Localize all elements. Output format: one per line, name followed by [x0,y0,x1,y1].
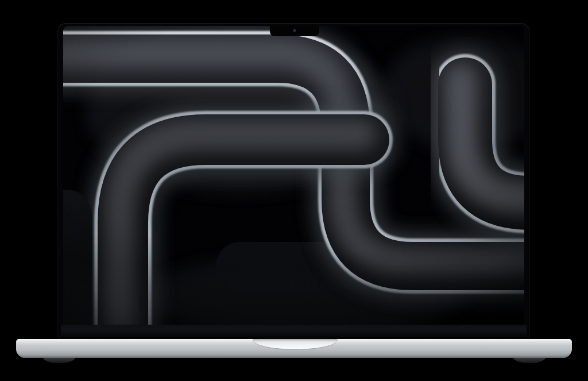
macbook-laptop [0,0,588,381]
display-notch [270,26,319,36]
laptop-screen [63,26,524,325]
wallpaper-abstract-tubes [63,26,524,325]
laptop-base [16,339,572,358]
laptop-lid [57,23,530,339]
camera-icon [293,29,296,32]
wallpaper-vignette [63,26,524,325]
lid-lift-notch [253,339,338,349]
product-shot [0,0,588,381]
bottom-bezel [61,325,527,339]
